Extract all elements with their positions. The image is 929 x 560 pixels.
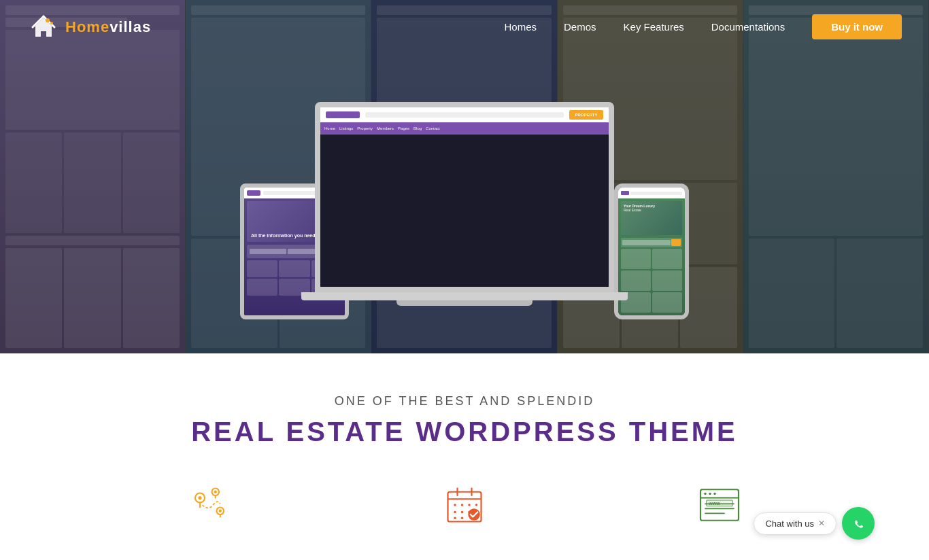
nav-item-homes[interactable]: Homes [505, 21, 537, 33]
chat-widget[interactable]: Chat with us ✕ [754, 507, 875, 540]
location-icon [186, 481, 233, 529]
svg-point-14 [468, 504, 471, 506]
feature-location [82, 481, 337, 529]
content-subtitle: ONE OF THE BEST AND SPLENDID [27, 394, 902, 408]
chat-label: Chat with us [765, 519, 814, 529]
content-main-title: REAL ESTATE WORDPRESS THEME [27, 417, 902, 447]
laptop-nav-bar: Home Listings Property Members Pages Blo… [320, 122, 609, 135]
laptop-base [301, 292, 628, 300]
laptop-mockup: PROPERTY Home Listings Property Members … [288, 102, 641, 333]
laptop-stand [396, 300, 533, 306]
svg-point-17 [461, 511, 464, 514]
nav-link-documentations[interactable]: Documentations [711, 21, 785, 33]
chat-bubble[interactable]: Chat with us ✕ [754, 512, 837, 535]
svg-point-25 [709, 493, 712, 495]
nav-link-key-features[interactable]: Key Features [624, 21, 684, 33]
svg-point-3 [198, 496, 201, 500]
chat-close-icon[interactable]: ✕ [818, 519, 825, 528]
svg-text:www: www [709, 501, 721, 506]
nav-link-buy[interactable]: Buy it now [812, 14, 902, 39]
svg-point-32 [849, 514, 868, 533]
svg-point-20 [461, 517, 464, 520]
whatsapp-icon [849, 514, 868, 533]
logo-icon [27, 11, 60, 43]
svg-point-13 [461, 504, 464, 506]
calendar-icon [441, 481, 488, 529]
hero-mockups: All the Information you need [220, 20, 709, 333]
svg-point-7 [218, 510, 221, 512]
svg-point-15 [475, 504, 478, 506]
nav-links: Homes Demos Key Features Documentations … [505, 21, 902, 33]
nav-item-key-features[interactable]: Key Features [624, 21, 684, 33]
whatsapp-button[interactable] [842, 507, 875, 540]
nav-link-homes[interactable]: Homes [505, 21, 537, 33]
browser-icon: www [696, 481, 743, 529]
svg-point-12 [454, 504, 456, 506]
svg-point-16 [454, 511, 456, 514]
nav-item-buy[interactable]: Buy it now [812, 21, 902, 33]
nav-item-demos[interactable]: Demos [564, 21, 596, 33]
svg-point-24 [705, 493, 707, 495]
svg-point-26 [714, 493, 717, 495]
laptop-screen: PROPERTY Home Listings Property Members … [315, 102, 614, 292]
navbar: Homevillas Homes Demos Key Features Docu… [0, 0, 929, 54]
svg-point-19 [454, 517, 456, 520]
svg-point-5 [214, 491, 216, 493]
svg-point-0 [46, 18, 50, 22]
logo-text: Homevillas [65, 18, 151, 36]
svg-point-1 [50, 22, 53, 24]
laptop-screen-top: PROPERTY [320, 107, 609, 122]
nav-item-documentations[interactable]: Documentations [711, 21, 785, 33]
nav-link-demos[interactable]: Demos [564, 21, 596, 33]
logo[interactable]: Homevillas [27, 11, 151, 43]
feature-calendar [337, 481, 592, 529]
